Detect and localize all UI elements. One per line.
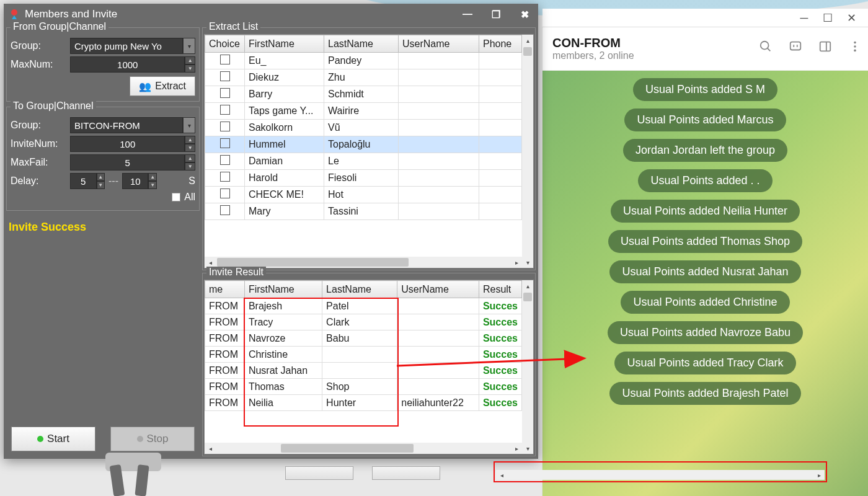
extract-list-table[interactable]: Choice FirstName LastName UserName Phone… xyxy=(205,35,522,220)
col-me[interactable]: me xyxy=(205,281,245,298)
scroll-right-icon[interactable]: ▸ xyxy=(511,257,522,268)
cell-firstname: Nusrat Jahan xyxy=(244,363,322,379)
start-button[interactable]: Start xyxy=(11,427,95,451)
maxnum-spinner[interactable]: ▲▼ xyxy=(185,56,195,73)
telegram-messages[interactable]: Usual Points added S M Usual Points adde… xyxy=(542,71,868,496)
maximize-icon[interactable]: ☐ xyxy=(823,14,832,22)
result-vscroll[interactable]: ▴ ▾ xyxy=(522,280,533,454)
system-message[interactable]: Usual Points added Neilia Hunter xyxy=(611,200,800,223)
invitenum-spinner[interactable]: ▲▼ xyxy=(185,136,195,152)
scroll-down-icon[interactable]: ▾ xyxy=(522,257,533,268)
delay-to-input[interactable]: 10 xyxy=(122,173,149,189)
maxfail-spinner[interactable]: ▲▼ xyxy=(185,154,195,170)
telegram-chat-title[interactable]: CON-FROM xyxy=(552,36,634,50)
system-message[interactable]: Usual Points added Marcus xyxy=(624,108,786,131)
cell-firstname: Brajesh xyxy=(244,298,322,314)
to-group-combo[interactable]: BITCON-FROM xyxy=(70,117,183,133)
table-row[interactable]: Sakolkorn Vũ xyxy=(205,120,522,136)
cell-lastname: Zhu xyxy=(324,69,399,86)
from-group-combo[interactable]: Crypto pump New Yo xyxy=(70,38,183,54)
table-row[interactable]: FROM Thomas Shop Succes xyxy=(205,379,522,395)
cell-lastname: Le xyxy=(324,153,399,170)
row-checkbox[interactable] xyxy=(220,188,230,198)
result-hscroll[interactable]: ◂ ▸ xyxy=(205,443,522,454)
scroll-right-icon[interactable]: ▸ xyxy=(511,443,522,454)
maxnum-input[interactable]: 1000 xyxy=(70,56,185,73)
comments-icon[interactable] xyxy=(789,40,802,53)
col-result[interactable]: Result xyxy=(479,281,521,298)
system-message[interactable]: Usual Points added Navroze Babu xyxy=(608,321,803,344)
col-phone[interactable]: Phone xyxy=(479,35,522,53)
table-row[interactable]: FROM Neilia Hunter neiliahunter22 Succes xyxy=(205,395,522,411)
table-row[interactable]: Taps game Y... Wairire xyxy=(205,103,522,120)
table-row[interactable]: Mary Tassini xyxy=(205,203,522,220)
scroll-down-icon[interactable]: ▾ xyxy=(522,443,533,454)
close-icon[interactable]: ✕ xyxy=(847,14,856,22)
row-checkbox[interactable] xyxy=(220,88,230,98)
invite-result-groupbox: Invite Result me FirstName LastName User… xyxy=(202,273,536,456)
combo-dropdown-icon[interactable]: ▾ xyxy=(183,38,195,54)
table-row[interactable]: FROM Brajesh Patel Succes xyxy=(205,298,522,314)
system-message[interactable]: Usual Points added S M xyxy=(633,78,777,101)
row-checkbox[interactable] xyxy=(220,105,230,115)
invite-result-table[interactable]: me FirstName LastName UserName Result FR… xyxy=(205,280,522,411)
col-username[interactable]: UserName xyxy=(397,281,479,298)
table-row[interactable]: FROM Tracy Clark Succes xyxy=(205,314,522,330)
table-row[interactable]: FROM Navroze Babu Succes xyxy=(205,330,522,347)
delay-from-spinner[interactable]: ▲▼ xyxy=(97,173,105,189)
table-row[interactable]: Damian Le xyxy=(205,153,522,170)
table-row[interactable]: Harold Fiesoli xyxy=(205,170,522,187)
cell-group: FROM xyxy=(205,395,245,411)
search-icon[interactable] xyxy=(759,40,773,53)
table-row[interactable]: FROM Nusrat Jahan Succes xyxy=(205,363,522,379)
col-lastname[interactable]: LastName xyxy=(324,35,399,53)
col-choice[interactable]: Choice xyxy=(205,35,245,53)
extract-button[interactable]: 👥 Extract xyxy=(130,76,195,96)
more-icon[interactable] xyxy=(848,40,862,53)
table-row[interactable]: CHECK ME! Hot xyxy=(205,187,522,203)
system-message[interactable]: Usual Points added Nusrat Jahan xyxy=(609,260,800,283)
delay-separator: --- xyxy=(108,175,118,187)
stop-button[interactable]: Stop xyxy=(110,427,195,451)
cell-phone xyxy=(479,136,522,153)
table-row[interactable]: Barry Schmidt xyxy=(205,86,522,103)
scroll-up-icon[interactable]: ▴ xyxy=(522,280,533,291)
sidebar-icon[interactable] xyxy=(818,40,832,53)
close-icon[interactable]: ✖ xyxy=(516,8,533,20)
row-checkbox[interactable] xyxy=(220,138,230,148)
cell-username xyxy=(399,103,479,120)
scroll-left-icon[interactable]: ◂ xyxy=(205,443,216,454)
system-message[interactable]: Usual Points added Thomas Shop xyxy=(608,230,802,253)
combo-dropdown-icon[interactable]: ▾ xyxy=(183,117,195,133)
maximize-icon[interactable]: ❐ xyxy=(487,8,505,20)
row-checkbox[interactable] xyxy=(220,172,230,182)
minimize-icon[interactable]: — xyxy=(459,8,476,20)
system-message[interactable]: Usual Points added Brajesh Patel xyxy=(609,382,800,405)
invitenum-input[interactable]: 100 xyxy=(70,136,185,152)
col-firstname[interactable]: FirstName xyxy=(245,35,324,53)
row-checkbox[interactable] xyxy=(220,55,230,64)
col-firstname[interactable]: FirstName xyxy=(244,281,322,298)
col-username[interactable]: UserName xyxy=(399,35,479,53)
system-message[interactable]: Usual Points added . . xyxy=(638,169,772,192)
table-row[interactable]: Hummel Topaloğlu xyxy=(205,136,522,153)
scroll-up-icon[interactable]: ▴ xyxy=(522,35,533,46)
delay-to-spinner[interactable]: ▲▼ xyxy=(148,173,157,189)
system-message[interactable]: Usual Points added Tracy Clark xyxy=(614,352,795,374)
row-checkbox[interactable] xyxy=(220,122,230,131)
delay-from-input[interactable]: 5 xyxy=(70,173,97,189)
extract-vscroll[interactable]: ▴ ▾ xyxy=(522,35,533,268)
table-row[interactable]: FROM Christine Succes xyxy=(205,347,522,363)
all-checkbox[interactable] xyxy=(172,193,180,202)
minimize-icon[interactable]: ─ xyxy=(800,14,808,22)
table-row[interactable]: Eu_ Pandey xyxy=(205,53,522,69)
maxfail-input[interactable]: 5 xyxy=(70,154,185,170)
row-checkbox[interactable] xyxy=(220,205,230,215)
system-message[interactable]: Usual Points added Christine xyxy=(621,291,789,314)
col-lastname[interactable]: LastName xyxy=(322,281,397,298)
row-checkbox[interactable] xyxy=(220,71,230,81)
table-row[interactable]: Diekuz Zhu xyxy=(205,69,522,86)
system-message[interactable]: Jordan Jordan left the group xyxy=(623,139,787,162)
row-checkbox[interactable] xyxy=(220,155,230,165)
cell-firstname: Mary xyxy=(245,203,324,220)
